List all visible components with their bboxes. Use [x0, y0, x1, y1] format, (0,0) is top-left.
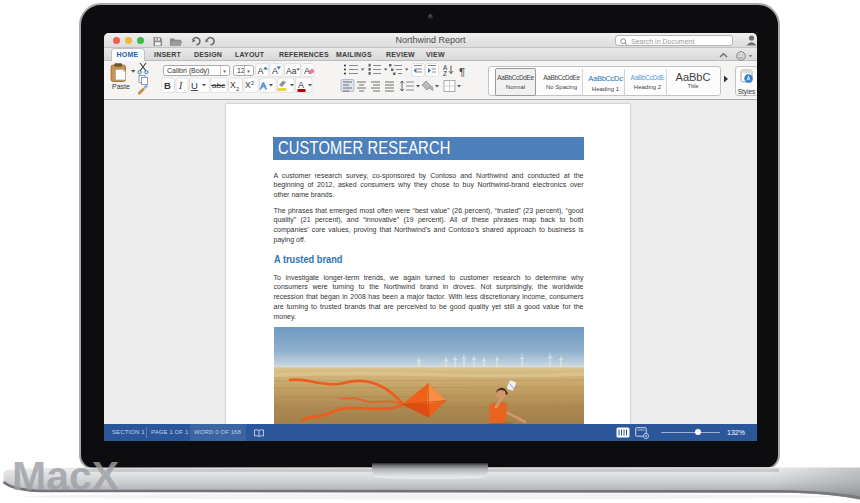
svg-text:2: 2 — [236, 86, 239, 92]
svg-text:A: A — [272, 66, 278, 76]
svg-text:¶: ¶ — [459, 66, 465, 78]
svg-text:Z: Z — [443, 70, 447, 77]
svg-text:A: A — [260, 80, 267, 91]
svg-text:A: A — [298, 80, 304, 90]
svg-text:U: U — [191, 80, 198, 91]
svg-text:Aa: Aa — [286, 66, 297, 76]
svg-text:A: A — [258, 66, 264, 76]
svg-text:2: 2 — [251, 80, 254, 86]
svg-text:B: B — [164, 80, 171, 91]
